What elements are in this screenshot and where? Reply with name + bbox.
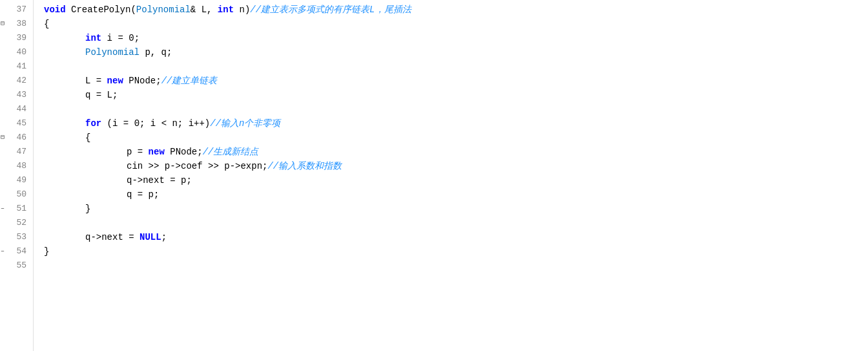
code-line-53: q->next = NULL; [44, 230, 868, 244]
code-line-48: cin >> p->coef >> p->expn;//输入系数和指数 [44, 159, 868, 173]
code-line-38: { [44, 17, 868, 31]
line-num-44: 44 [0, 102, 33, 116]
code-line-49: q->next = p; [44, 173, 868, 187]
line-num-47: 47 [0, 145, 33, 159]
code-line-47: p = new PNode;//生成新结点 [44, 145, 868, 159]
fold-close-icon-51[interactable]: – [0, 205, 6, 213]
code-line-43: q = L; [44, 88, 868, 102]
code-line-55 [44, 259, 868, 273]
code-line-54: } [44, 244, 868, 259]
line-num-50: 50 [0, 187, 33, 202]
line-num-49: 49 [0, 173, 33, 187]
code-line-51: } [44, 202, 868, 216]
line-num-41: 41 [0, 59, 33, 74]
line-num-42: 42 [0, 74, 33, 88]
code-line-42: L = new PNode;//建立单链表 [44, 74, 868, 88]
line-num-53: 53 [0, 230, 33, 244]
line-num-52: 52 [0, 216, 33, 230]
code-line-45: for (i = 0; i < n; i++)//输入n个非零项 [44, 116, 868, 131]
code-line-46: { [44, 131, 868, 145]
code-line-52 [44, 216, 868, 230]
line-num-38: 38 ⊟ [0, 17, 33, 31]
line-num-48: 48 [0, 159, 33, 173]
fold-icon-46[interactable]: ⊟ [0, 134, 6, 142]
line-num-45: 45 [0, 116, 33, 131]
line-numbers: 37 38 ⊟ 39 40 41 42 43 44 [0, 0, 34, 351]
line-num-40: 40 [0, 45, 33, 59]
line-num-39: 39 [0, 31, 33, 45]
fold-close-icon-54[interactable]: – [0, 248, 6, 255]
code-line-50: q = p; [44, 187, 868, 202]
line-num-55: 55 [0, 259, 33, 273]
line-num-54: 54 – [0, 244, 33, 259]
code-container: 37 38 ⊟ 39 40 41 42 43 44 [0, 0, 868, 351]
code-line-44 [44, 102, 868, 116]
code-line-39: int i = 0; [44, 31, 868, 45]
keyword-void: void [44, 3, 66, 17]
code-line-41 [44, 59, 868, 74]
line-num-43: 43 [0, 88, 33, 102]
fold-icon-38[interactable]: ⊟ [0, 20, 6, 28]
code-line-40: Polynomial p, q; [44, 45, 868, 59]
code-area: void CreatePolyn(Polynomial& L, int n)//… [34, 0, 868, 351]
line-num-46: 46 ⊟ [0, 131, 33, 145]
line-num-51: 51 – [0, 202, 33, 216]
code-line-37: void CreatePolyn(Polynomial& L, int n)//… [44, 3, 868, 17]
line-num-37: 37 [0, 3, 33, 17]
